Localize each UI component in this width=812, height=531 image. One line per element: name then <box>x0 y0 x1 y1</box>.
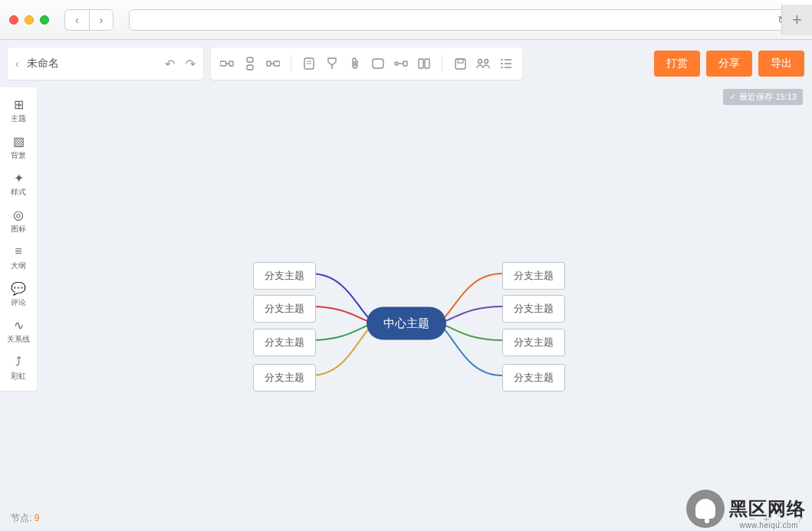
top-toolbar-row: ‹ 未命名 ↶ ↷ 打赏 <box>0 40 812 83</box>
outline-view-icon[interactable] <box>498 55 514 72</box>
svg-rect-12 <box>455 59 465 69</box>
svg-point-14 <box>478 60 482 64</box>
title-panel: ‹ 未命名 ↶ ↷ <box>8 48 203 80</box>
add-sibling-icon[interactable] <box>242 55 258 72</box>
close-window-icon[interactable] <box>9 15 18 25</box>
browser-chrome: ‹ › ↻ + <box>0 0 812 40</box>
task-icon[interactable] <box>324 55 340 72</box>
branch-node-right-2[interactable]: 分支主题 <box>502 329 565 356</box>
svg-rect-9 <box>403 61 407 66</box>
svg-rect-13 <box>458 59 463 63</box>
add-child-icon[interactable] <box>219 55 235 72</box>
export-button[interactable]: 导出 <box>758 51 804 77</box>
svg-point-8 <box>395 62 398 65</box>
svg-rect-5 <box>267 61 271 66</box>
tools-panel <box>211 48 522 80</box>
node-count-value: 9 <box>35 513 40 523</box>
svg-point-15 <box>485 60 488 64</box>
document-title[interactable]: 未命名 <box>27 57 59 70</box>
share-button[interactable]: 分享 <box>706 51 752 77</box>
canvas[interactable]: 中心主题 分支主题 分支主题 分支主题 分支主题 分支主题 分支主题 分支主题 … <box>0 86 812 531</box>
collaborate-icon[interactable] <box>475 55 491 72</box>
footer: 节点: 9 <box>11 512 39 525</box>
new-tab-button[interactable]: + <box>781 5 812 35</box>
branch-node-left-3[interactable]: 分支主题 <box>253 364 316 392</box>
node-count-label: 节点: <box>11 513 35 523</box>
url-bar[interactable]: ↻ <box>129 9 795 31</box>
branch-node-right-3[interactable]: 分支主题 <box>502 364 565 392</box>
branch-node-right-1[interactable]: 分支主题 <box>502 295 565 323</box>
branch-node-left-1[interactable]: 分支主题 <box>253 295 316 323</box>
add-parent-icon[interactable] <box>265 55 281 72</box>
minimize-window-icon[interactable] <box>25 15 34 25</box>
svg-rect-7 <box>373 59 383 68</box>
svg-rect-0 <box>220 61 226 66</box>
branch-node-right-0[interactable]: 分支主题 <box>502 262 565 290</box>
svg-rect-3 <box>247 65 253 70</box>
note-icon[interactable] <box>301 55 317 72</box>
zoom-controls: − + ⛶ ? <box>748 512 803 525</box>
nav-forward-button[interactable]: › <box>89 9 113 31</box>
nav-buttons: ‹ › <box>64 9 113 31</box>
branch-node-left-2[interactable]: 分支主题 <box>253 329 316 356</box>
print-button[interactable]: 打赏 <box>654 51 700 77</box>
svg-rect-10 <box>419 59 423 68</box>
attachment-icon[interactable] <box>347 55 363 72</box>
summary-icon[interactable] <box>416 55 432 72</box>
fit-screen-icon[interactable]: ⛶ <box>777 512 789 525</box>
branch-node-left-0[interactable]: 分支主题 <box>253 262 316 290</box>
zoom-out-icon[interactable]: − <box>748 512 755 525</box>
save-icon[interactable] <box>452 55 468 72</box>
maximize-window-icon[interactable] <box>40 15 49 25</box>
svg-rect-1 <box>229 61 233 66</box>
svg-rect-2 <box>247 57 253 62</box>
relation-icon[interactable] <box>393 55 409 72</box>
undo-button[interactable]: ↶ <box>165 57 175 71</box>
window-controls <box>9 15 49 25</box>
back-button[interactable]: ‹ <box>15 57 19 70</box>
redo-button[interactable]: ↷ <box>186 57 196 71</box>
nav-back-button[interactable]: ‹ <box>64 9 89 31</box>
zoom-in-icon[interactable]: + <box>763 512 770 525</box>
center-node[interactable]: 中心主题 <box>367 307 446 340</box>
app: ‹ 未命名 ↶ ↷ 打赏 <box>0 40 812 531</box>
action-buttons: 打赏 分享 导出 <box>654 51 804 77</box>
boundary-icon[interactable] <box>370 55 386 72</box>
help-icon[interactable]: ? <box>797 512 803 525</box>
svg-rect-4 <box>274 61 280 66</box>
svg-rect-11 <box>425 59 429 68</box>
